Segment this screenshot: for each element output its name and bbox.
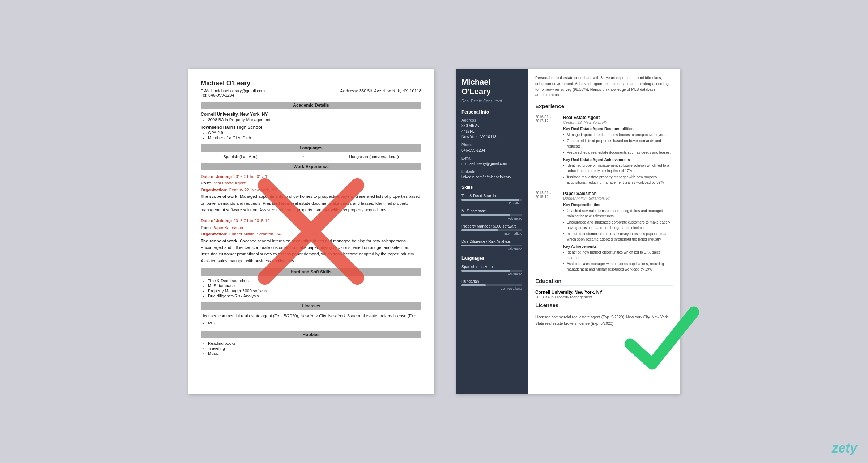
personal-info-title: Personal Info — [461, 110, 522, 115]
zety-brand: zety — [832, 441, 857, 456]
address-label-left: Address: — [340, 89, 358, 93]
skills-header-left: Hard and Soft Skills — [201, 268, 421, 276]
townsend-item-0: GPA 2.9 — [208, 131, 421, 135]
work-1-org-line: Organization: Dunder Mifflin, Scranton, … — [201, 231, 421, 237]
skill-right-3-level: Advanced — [461, 247, 522, 251]
email-label: E-Mail: — [201, 89, 214, 93]
exp-0-job-title: Real Estate Agent — [563, 115, 673, 120]
skill-right-0-bar-fill — [461, 199, 519, 201]
tel-label: Tel: — [201, 93, 207, 97]
edu-townsend: Townsend Harris High School GPA 2.9 Memb… — [201, 125, 421, 140]
cornell-name: Cornell University, New York, NY — [201, 112, 421, 117]
exp-entry-0: 2016-01 -2017-12 Real Estate Agent Centu… — [535, 115, 673, 186]
email-value: michael.oleary@gmail.com — [215, 89, 265, 93]
address-value-left: 350 5th Ave New York, NY, 10118 — [359, 89, 421, 93]
email-label-right: E-mail — [461, 156, 522, 160]
work-entry-0: Date of Joining: 2016-01 to 2017-12 Post… — [201, 173, 421, 213]
lang-right-0-level: Advanced — [461, 272, 522, 276]
right-title: Real Estate Consultant — [461, 99, 522, 103]
cornell-item-0: 2008 BA in Property Management — [208, 118, 421, 122]
left-contact-right: Address: 350 5th Ave New York, NY, 10118 — [340, 89, 421, 97]
work-0-scope-label: The scope of work: — [201, 194, 239, 199]
edu-cornell: Cornell University, New York, NY 2008 BA… — [201, 112, 421, 122]
skill-1: MLS database — [208, 284, 421, 288]
work-0-date-label: Date of Joining: — [201, 174, 232, 179]
education-title-right: Education — [535, 278, 673, 286]
exp-1-resp-2: Instituted customer promotional survey t… — [563, 231, 673, 242]
address-value-right: 350 5th Ave 44th FL New York, NY 10118 — [461, 123, 522, 140]
left-contact-left: E-Mail: michael.oleary@gmail.com Tel: 64… — [201, 89, 265, 97]
phone-label-right: Phone — [461, 143, 522, 147]
hobby-2: Music — [208, 351, 421, 356]
left-name: Michael O'Leary — [201, 80, 421, 87]
skill-right-0: Title & Deed Searches Excellent — [461, 194, 522, 205]
lang-right-0-bar-bg — [461, 270, 522, 272]
work-1-date-label: Date of Joining: — [201, 218, 232, 223]
lang-right-1-bar-fill — [461, 284, 486, 286]
exp-1-job-title: Paper Salesman — [563, 191, 673, 196]
lang-right-1-level: Conversational — [461, 287, 522, 290]
work-0-scope-line: The scope of work: Managed appointments … — [201, 193, 421, 213]
lang-right-1-name: Hungarian — [461, 279, 522, 283]
licenses-title-right: Licenses — [535, 302, 673, 310]
exp-0-resp-title: Key Real Estate Agent Responsibilities — [563, 127, 673, 131]
licenses-text-right: Licensed commercial real estate agent (E… — [535, 314, 673, 327]
skill-right-1: MLS database Advanced — [461, 209, 522, 220]
right-resume: MichaelO'Leary Real Estate Consultant Pe… — [456, 69, 680, 394]
skill-3: Due diligence/Risk Analysis — [208, 294, 421, 298]
edu-right-0: Cornell University, New York, NY 2008 BA… — [535, 290, 673, 299]
work-0-org-line: Organization: Century 22, New York, NY — [201, 187, 421, 193]
skill-right-2: Property Manager 5000 software Intermedi… — [461, 224, 522, 235]
linkedin-label-right: Linkedin — [461, 170, 522, 174]
languages-row: Spanish (Lat. Am.) • Hungarian (conversa… — [201, 154, 421, 159]
work-0-date: 2016-01 to 2017-12 — [233, 174, 269, 179]
lang-hungarian: Hungarian (conversational) — [349, 154, 399, 159]
linkedin-value-right: linkedin.com/in/michaeloleary — [461, 174, 522, 180]
hobbies-header-left: Hobbies — [201, 331, 421, 338]
cornell-items: 2008 BA in Property Management — [208, 118, 421, 122]
languages-title-right: Languages — [461, 256, 522, 261]
academic-header: Academic Details — [201, 102, 421, 109]
work-0-post-line: Post: Real Estate Agent — [201, 180, 421, 186]
skill-right-2-bar-fill — [461, 229, 498, 231]
work-entry-1: Date of Joining: 2013-01 to 2015-12 Post… — [201, 217, 421, 264]
skills-title-right: Skills — [461, 185, 522, 190]
skill-right-2-name: Property Manager 5000 software — [461, 224, 522, 228]
sidebar: MichaelO'Leary Real Estate Consultant Pe… — [456, 69, 528, 394]
work-0-post-label: Post: — [201, 181, 211, 185]
work-1-scope-line: The scope of work: Coached several inter… — [201, 238, 421, 264]
townsend-item-1: Member of a Glee Club — [208, 136, 421, 140]
exp-1-resp-1: Encouraged and influenced corporate cust… — [563, 220, 673, 230]
skill-right-0-level: Excellent — [461, 201, 522, 205]
exp-1-ach-1: Assisted sales manager with business app… — [563, 261, 673, 272]
tel-value: 646-999-1234 — [208, 93, 234, 97]
work-1-date: 2013-01 to 2015-12 — [233, 218, 269, 223]
address-label-right: Address — [461, 118, 522, 122]
exp-0-resp-2: Prepared legal real estate documents suc… — [563, 150, 673, 155]
edu-right-0-school: Cornell University, New York, NY — [535, 290, 673, 295]
skill-right-1-name: MLS database — [461, 209, 522, 213]
licenses-header-left: Licenses — [201, 302, 421, 310]
lang-dot: • — [302, 154, 304, 159]
lang-right-0-name: Spanish (Lat. Am.) — [461, 264, 522, 269]
skill-right-3: Due Diligence / Risk Analysis Advanced — [461, 239, 522, 251]
exp-1-ach-0: Identified new market opportunities whic… — [563, 250, 673, 260]
work-1-scope-label: The scope of work: — [201, 239, 239, 243]
work-0-post: Real Estate Agent — [212, 181, 246, 185]
lang-right-1: Hungarian Conversational — [461, 279, 522, 290]
exp-0-body: Real Estate Agent Century 22, New York, … — [563, 115, 673, 186]
exp-0-ach-0: Identified property management software … — [563, 163, 673, 174]
skill-0: Title & Deed searches — [208, 279, 421, 283]
work-1-date-line: Date of Joining: 2013-01 to 2015-12 — [201, 217, 421, 224]
lang-right-0-bar-fill — [461, 270, 510, 272]
exp-1-resp-title: Key Responsibilities — [563, 203, 673, 207]
skill-right-3-bar-fill — [461, 245, 510, 246]
exp-1-resp-0: Coached several interns on accounting du… — [563, 208, 673, 219]
townsend-items: GPA 2.9 Member of a Glee Club — [208, 131, 421, 140]
left-contact-row: E-Mail: michael.oleary@gmail.com Tel: 64… — [201, 89, 421, 97]
skill-right-2-bar-bg — [461, 229, 522, 231]
townsend-name: Townsend Harris High School — [201, 125, 421, 130]
summary-text: Personable real estate consultant with 3… — [535, 75, 673, 98]
exp-entry-1: 2013-01 -2015-12 Paper Salesman Dunder M… — [535, 191, 673, 273]
lang-right-1-bar-bg — [461, 284, 522, 286]
